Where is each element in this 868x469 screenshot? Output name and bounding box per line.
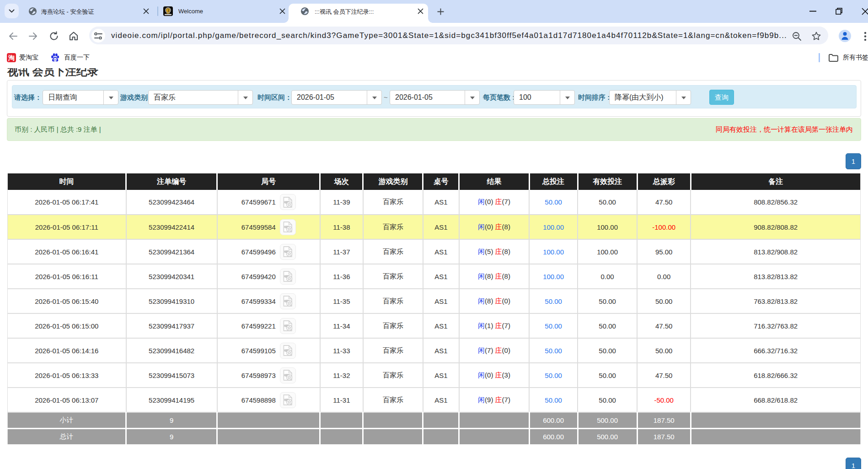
svg-text:du: du (54, 58, 57, 61)
